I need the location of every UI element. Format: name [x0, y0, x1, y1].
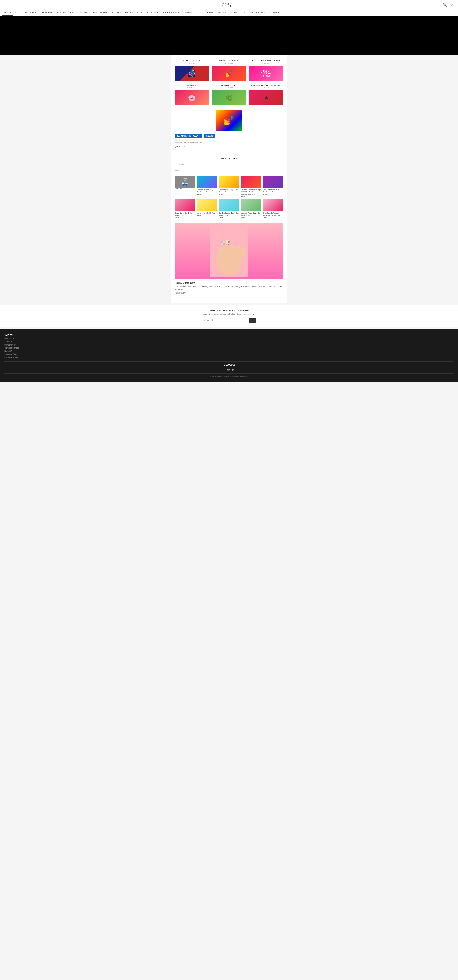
- signup-title: SIGN UP AND GET 20% OFF: [4, 309, 454, 312]
- nav-patriotic[interactable]: PATRIOTIC: [183, 10, 200, 16]
- email-submit-button[interactable]: →: [249, 318, 256, 323]
- featured-product-title: SUMMER 5 PACK -: [175, 134, 202, 138]
- nav-romance[interactable]: ROMANCE: [145, 10, 161, 16]
- nav-spring[interactable]: SPRING: [228, 10, 242, 16]
- product-scoop-image: [219, 199, 239, 211]
- nav-fall[interactable]: FALL: [68, 10, 78, 16]
- add-to-cart-button[interactable]: ADD TO CART: [175, 156, 283, 161]
- svg-rect-8: [222, 242, 223, 243]
- product-reservations-image: [263, 176, 283, 188]
- category-buy1get1-subtitle: VIEW ALL: [249, 62, 283, 64]
- products-grid: View All Wraps ALL VIEW ALL Mermaid for …: [175, 176, 283, 219]
- happy-customers-quote: "They have the best overlays and unique/…: [175, 285, 283, 291]
- hero-banner: [0, 16, 458, 55]
- category-press-on[interactable]: PRESS-ON NAILS VIEW ALL 💅: [212, 60, 246, 81]
- instagram-social-icon[interactable]: 📷: [227, 368, 230, 371]
- nav-halloween[interactable]: HALLOWEEN: [91, 10, 110, 16]
- nav-home[interactable]: HOME: [2, 10, 13, 16]
- header: Snugg's SCOUT 🔍 🛒: [0, 0, 458, 10]
- footer-terms[interactable]: Terms of Service: [4, 347, 454, 349]
- nav-holiday[interactable]: HOLIDAY / WINTER: [109, 10, 135, 16]
- footer-about[interactable]: About Us: [4, 341, 454, 343]
- product-card-sugar[interactable]: Sugar Rush - Buy 1 Get Same 1 Free $6.99: [175, 199, 195, 219]
- search-icon[interactable]: 🔍: [443, 3, 447, 7]
- product-card-mermaid[interactable]: Mermaid for You - Buy 1 Get Same 1 Free …: [197, 176, 217, 197]
- checker-icon: ♟: [264, 95, 269, 101]
- nav-new-releases[interactable]: NEW RELEASES: [161, 10, 183, 16]
- nav-floral[interactable]: FLORAL: [78, 10, 91, 16]
- nav-buy1get1[interactable]: BUY 1 GET 1 FREE: [13, 10, 38, 16]
- full-details-link[interactable]: Full details →: [175, 164, 187, 166]
- product-snap-price: $6.99: [263, 217, 283, 219]
- product-vibes-image: [241, 199, 261, 211]
- footer-privacy[interactable]: Privacy Policy: [4, 344, 454, 346]
- footer-follow-title: FOLLOW US: [4, 364, 454, 366]
- category-summer-title: SUMMER FUN: [212, 84, 246, 86]
- product-card-scoop[interactable]: Get The Scoop - Buy 1 Get Same 1 Free $6…: [219, 199, 239, 219]
- logo-line1: Snugg's: [222, 2, 232, 5]
- category-patriotic[interactable]: PATRIOTIC USA VIEW ALL 🎆: [175, 60, 209, 81]
- category-summer[interactable]: SUMMER FUN VIEW ALL 🌿: [212, 84, 246, 105]
- email-input[interactable]: [202, 318, 249, 323]
- nav-easter[interactable]: EASTER: [55, 10, 68, 16]
- nav-patterns[interactable]: PATTERNS: [200, 10, 216, 16]
- category-patriotic-title: PATRIOTIC USA: [175, 60, 209, 62]
- footer-ingredients[interactable]: Ingredients List: [4, 356, 454, 358]
- footer-copyright: © 2025, SnoggysScout.com. Powered by Sho…: [4, 374, 454, 377]
- product-card-iconic[interactable]: Iconic - Buy 1 Get 1 Free $6.99: [197, 199, 217, 219]
- product-card-vibes[interactable]: Mermaid Vibes - Buy 1 Get Same 1 Free $6…: [241, 199, 261, 219]
- view-all-wraps-card[interactable]: View All Wraps ALL VIEW ALL: [175, 176, 195, 197]
- press-on-nail-icon: 💅: [225, 70, 233, 77]
- category-spring-title: SPRING: [175, 84, 209, 86]
- svg-point-5: [228, 241, 230, 243]
- product-sugar-image: [175, 199, 195, 211]
- site-logo[interactable]: Snugg's SCOUT: [222, 2, 232, 7]
- main-content: PATRIOTIC USA VIEW ALL 🎆 PRESS-ON NAILS …: [171, 55, 287, 302]
- category-checker[interactable]: CHECKERBOARD DESIGNS VIEW ALL ♟: [249, 84, 283, 105]
- category-buy1get1-image: Buy 1 Get Same 1 Free: [249, 66, 283, 81]
- nav-kids[interactable]: KIDS: [135, 10, 145, 16]
- product-card-snap[interactable]: Snap Crackle Popsicle - Buy 1 Get Same 1…: [263, 199, 283, 219]
- happy-customers-author: - Christine C.: [175, 292, 283, 294]
- category-spring[interactable]: SPRING VIEW ALL 🌸: [175, 84, 209, 105]
- quantity-input[interactable]: [225, 149, 233, 153]
- product-mermaid-name: Mermaid for You - Buy 1 Get Same 1 Free: [197, 189, 217, 193]
- hand-nails-svg: [209, 225, 249, 277]
- product-colorhappy-price: $6.99: [241, 196, 261, 197]
- product-lemon-price: $6.99: [219, 194, 239, 196]
- footer-refund[interactable]: Refund Policy: [4, 350, 454, 352]
- nav-solids[interactable]: SOLIDS: [216, 10, 228, 16]
- email-signup-section: SIGN UP AND GET 20% OFF Promotions, new …: [0, 305, 458, 327]
- featured-product-price-regular: $9.99: [175, 139, 283, 142]
- product-card-colorhappy[interactable]: Color Me Happy Nail Wraps 100% Nail Poli…: [241, 176, 261, 197]
- featured-product-image: 💅: [216, 110, 242, 131]
- product-mermaid-price: $6.99: [197, 194, 217, 196]
- product-card-reservations[interactable]: No Reservations - Buy 1 Get Same 1 Free …: [263, 176, 283, 197]
- footer-contact[interactable]: Contact Us: [4, 338, 454, 340]
- footer-support: SUPPORT Contact Us About Us Privacy Poli…: [4, 334, 454, 358]
- view-all-wraps-image: View All Wraps ALL: [175, 176, 195, 188]
- happy-customers-title: Happy Customers: [175, 282, 283, 284]
- nav-summer[interactable]: SUMMER: [267, 10, 281, 16]
- footer-support-title: SUPPORT: [4, 334, 454, 336]
- category-checker-subtitle: VIEW ALL: [249, 87, 283, 89]
- product-vibes-price: $6.99: [241, 217, 261, 219]
- facebook-icon[interactable]: f: [282, 170, 283, 172]
- nav-st-patricks[interactable]: ST. PATRICK'S DAY: [242, 10, 267, 16]
- footer-shipping[interactable]: Shipping Policy: [4, 353, 454, 355]
- product-mermaid-image: [197, 176, 217, 188]
- main-nav: HOME BUY 1 GET 1 FREE DIRECTOR EASTER FA…: [0, 10, 458, 16]
- featured-product: 💅 SUMMER 5 PACK - $9.99 $9.99 Shipping c…: [175, 110, 283, 172]
- youtube-social-icon[interactable]: ▶: [232, 368, 235, 371]
- product-scoop-name: Get The Scoop - Buy 1 Get Same 1 Free: [219, 212, 239, 216]
- product-scoop-price: $6.99: [219, 217, 239, 219]
- product-snap-image: [263, 199, 283, 211]
- category-buy1get1[interactable]: BUY 1 GET SAME 1 FREE VIEW ALL Buy 1 Get…: [249, 60, 283, 81]
- product-colorhappy-name: Color Me Happy Nail Wraps 100% Nail Poli…: [241, 189, 261, 195]
- product-card-lemon[interactable]: Lemon Yellow - Buy 1 Get Same 1 Free $6.…: [219, 176, 239, 197]
- product-snap-name: Snap Crackle Popsicle - Buy 1 Get Same 1…: [263, 212, 283, 216]
- nav-director[interactable]: DIRECTOR: [38, 10, 55, 16]
- cart-icon[interactable]: 🛒: [449, 3, 454, 7]
- facebook-social-icon[interactable]: f: [223, 368, 224, 371]
- footer: SUPPORT Contact Us About Us Privacy Poli…: [0, 329, 458, 382]
